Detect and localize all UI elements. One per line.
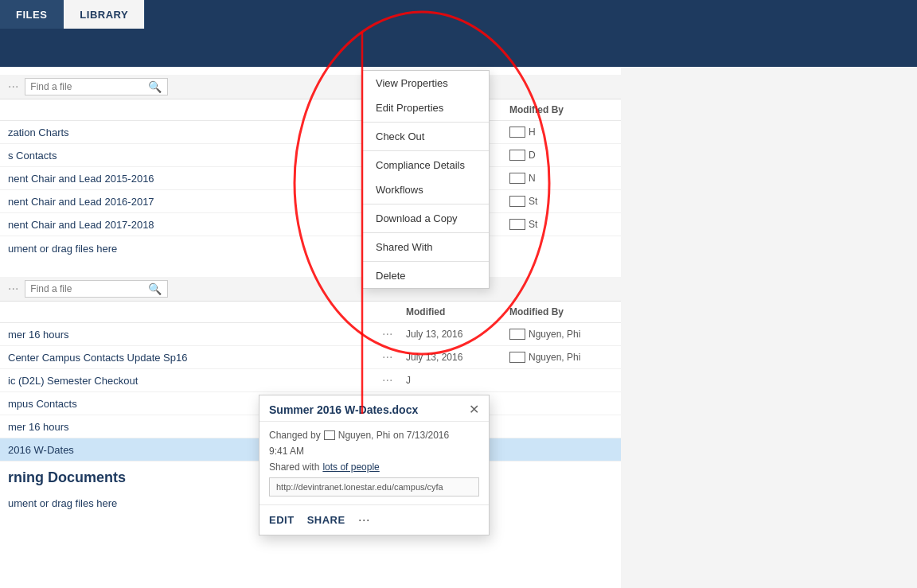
row-checkbox[interactable] xyxy=(509,196,525,207)
top-search-bar[interactable]: 🔍 xyxy=(25,78,168,95)
row-checkbox[interactable] xyxy=(509,352,525,363)
mid-table-header: Modified Modified By xyxy=(0,302,621,323)
mid-section-header: ··· 🔍 xyxy=(0,277,621,302)
mid-search-input[interactable] xyxy=(30,283,148,294)
row-checkbox[interactable] xyxy=(509,127,525,138)
popup-card-footer: EDIT SHARE ··· xyxy=(259,504,489,535)
row-checkbox[interactable] xyxy=(509,219,525,230)
popup-card-header: Summer 2016 W-Dates.docx ✕ xyxy=(259,395,489,422)
popup-edit-button[interactable]: EDIT xyxy=(269,514,295,526)
table-row[interactable]: nent Chair and Lead 2015-2016 ··· June 2… xyxy=(0,167,621,190)
menu-divider-3 xyxy=(363,204,489,204)
menu-delete[interactable]: Delete xyxy=(363,263,489,288)
table-row[interactable]: nent Chair and Lead 2016-2017 ··· May 8 … xyxy=(0,190,621,213)
top-section: ··· 🔍 Modified Modified By zation Charts… xyxy=(0,67,621,269)
menu-shared-with[interactable]: Shared With xyxy=(363,235,489,259)
popup-card-title: Summer 2016 W-Dates.docx xyxy=(269,403,418,416)
menu-divider-2 xyxy=(363,150,489,151)
top-col-modby: Modified By xyxy=(509,104,613,115)
tab-library[interactable]: LIBRARY xyxy=(64,0,145,29)
row-checkbox[interactable] xyxy=(509,150,525,161)
popup-card: Summer 2016 W-Dates.docx ✕ Changed by Ng… xyxy=(259,395,490,535)
menu-workflows[interactable]: Workflows xyxy=(363,177,489,202)
popup-shared-link[interactable]: lots of people xyxy=(322,461,379,473)
context-menu: View Properties Edit Properties Check Ou… xyxy=(362,70,490,289)
menu-divider-1 xyxy=(363,122,489,123)
tab-files[interactable]: FILES xyxy=(0,0,64,29)
top-section-header: ··· 🔍 xyxy=(0,75,621,99)
menu-view-properties[interactable]: View Properties xyxy=(363,71,489,95)
popup-changed-meta: Changed by Nguyen, Phi on 7/13/2016 xyxy=(269,430,479,441)
popup-url[interactable]: http://devintranet.lonestar.edu/campus/c… xyxy=(269,477,479,496)
menu-check-out[interactable]: Check Out xyxy=(363,124,489,149)
changed-checkbox xyxy=(324,430,335,440)
row-checkbox[interactable] xyxy=(509,329,525,340)
menu-edit-properties[interactable]: Edit Properties xyxy=(363,95,489,120)
table-row[interactable]: nent Chair and Lead 2017-2018 ··· May 8 … xyxy=(0,213,621,236)
top-upload-area: ument or drag files here xyxy=(0,236,621,261)
top-section-dots[interactable]: ··· xyxy=(8,80,18,94)
popup-more-button[interactable]: ··· xyxy=(358,512,370,528)
table-row[interactable]: mer 16 hours ··· July 13, 2016 Nguyen, P… xyxy=(0,323,621,346)
popup-share-button[interactable]: SHARE xyxy=(307,514,345,526)
top-table-header: Modified Modified By xyxy=(0,99,621,121)
mid-search-bar[interactable]: 🔍 xyxy=(25,280,168,298)
popup-close-button[interactable]: ✕ xyxy=(469,403,479,416)
mid-section-dots[interactable]: ··· xyxy=(8,282,18,296)
mid-col-modified: Modified xyxy=(406,306,509,317)
top-search-input[interactable] xyxy=(30,81,148,92)
menu-divider-4 xyxy=(363,232,489,233)
search-icon-mid: 🔍 xyxy=(148,282,162,295)
menu-compliance-details[interactable]: Compliance Details xyxy=(363,153,489,177)
main-nav xyxy=(0,29,917,67)
popup-shared-meta: Shared with lots of people xyxy=(269,461,479,473)
search-icon: 🔍 xyxy=(148,80,162,93)
table-row[interactable]: s Contacts ··· May 9 D xyxy=(0,144,621,167)
popup-time-meta: 9:41 AM xyxy=(269,446,479,457)
mid-col-modby: Modified By xyxy=(509,306,613,317)
row-checkbox[interactable] xyxy=(509,173,525,184)
menu-divider-5 xyxy=(363,261,489,262)
popup-card-body: Changed by Nguyen, Phi on 7/13/2016 9:41… xyxy=(259,422,489,504)
table-row[interactable]: ic (D2L) Semester Checkout ··· J xyxy=(0,369,621,392)
menu-download-copy[interactable]: Download a Copy xyxy=(363,206,489,231)
tab-bar: FILES LIBRARY xyxy=(0,0,917,29)
table-row[interactable]: Center Campus Contacts Update Sp16 ··· J… xyxy=(0,346,621,369)
table-row[interactable]: zation Charts ··· December 13, 2016 H xyxy=(0,121,621,144)
